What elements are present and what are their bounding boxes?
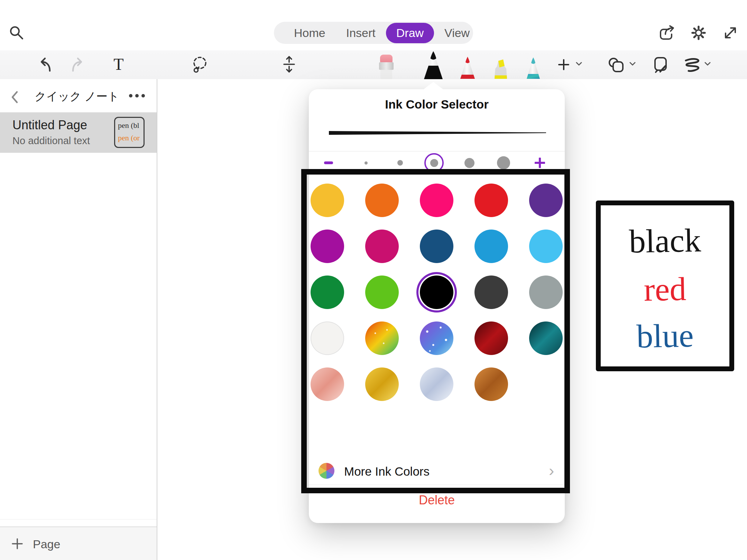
sidebar: クイック ノート Untitled Page No additional tex… [0, 79, 157, 560]
onenote-window: HomeInsertDrawView [0, 0, 747, 560]
yellow-highlighter-tool[interactable] [491, 56, 510, 79]
page-title: Untitled Page [12, 118, 87, 132]
add-pen-icon[interactable] [557, 58, 571, 72]
lasso-select-icon[interactable] [191, 55, 209, 74]
page-subtitle: No additional text [12, 135, 90, 147]
top-header: HomeInsertDrawView [0, 0, 747, 50]
black-pen-tool[interactable] [422, 50, 444, 80]
tab-view[interactable]: View [434, 23, 480, 43]
page-thumbnail: pen (bl pen (or [114, 117, 145, 148]
share-icon[interactable] [658, 25, 675, 41]
eraser-tool[interactable] [377, 54, 396, 80]
dot [397, 160, 403, 166]
draw-toolbar: T Text Mode Lasso Select Insert Space [0, 50, 747, 79]
thumbnail-line: pen (bl [118, 119, 144, 132]
more-options-icon[interactable] [127, 93, 147, 99]
dot [430, 159, 438, 167]
handwritten-word-blue: blue [600, 318, 730, 354]
selector-annotation-rectangle [301, 169, 570, 493]
shapes-chevron-icon[interactable] [629, 62, 636, 66]
handwritten-word-black: black [600, 223, 730, 259]
fullscreen-expand-icon[interactable] [722, 25, 739, 41]
add-pen-chevron-icon[interactable] [576, 62, 582, 66]
insert-space-icon[interactable] [281, 55, 297, 74]
notebook-title: クイック ノート [35, 89, 118, 104]
thumbnail-line: pen (or [118, 132, 144, 144]
dot [464, 158, 474, 168]
handwritten-note-box: blackredblue [596, 200, 734, 371]
settings-gear-icon[interactable] [690, 25, 707, 41]
search-icon[interactable] [8, 25, 24, 41]
svg-text:T: T [113, 55, 123, 73]
ink-replay-chevron-icon[interactable] [704, 62, 711, 66]
tab-home[interactable]: Home [284, 23, 336, 43]
redo-icon[interactable] [69, 56, 87, 74]
increase-thickness-button[interactable] [535, 158, 545, 168]
dot [497, 156, 510, 169]
sidebar-footer: Page [0, 526, 157, 560]
add-page-icon[interactable] [10, 537, 24, 551]
text-mode-icon[interactable]: T [110, 55, 127, 74]
popup-callout-arrow [423, 82, 443, 90]
popup-title: Ink Color Selector [309, 97, 565, 111]
add-page-label[interactable]: Page [33, 538, 60, 551]
red-pen-tool[interactable] [458, 56, 477, 79]
handwritten-word-red: red [600, 272, 730, 307]
page-list-item[interactable]: Untitled Page No additional text pen (bl… [0, 112, 157, 153]
teal-pencil-tool[interactable] [524, 56, 543, 79]
dot [365, 161, 368, 165]
shapes-icon[interactable] [608, 57, 626, 73]
tab-bar: HomeInsertDrawView [274, 22, 473, 44]
back-chevron-icon[interactable] [10, 90, 19, 104]
ink-annotate-icon[interactable] [652, 56, 669, 74]
ink-replay-squiggle-icon[interactable] [683, 57, 702, 73]
undo-icon[interactable] [36, 56, 54, 74]
stroke-preview [329, 131, 546, 136]
divider [0, 519, 157, 520]
tab-insert[interactable]: Insert [336, 23, 386, 43]
decrease-thickness-button[interactable] [324, 161, 333, 164]
delete-button[interactable]: Delete [309, 493, 565, 507]
tab-draw[interactable]: Draw [386, 23, 434, 43]
